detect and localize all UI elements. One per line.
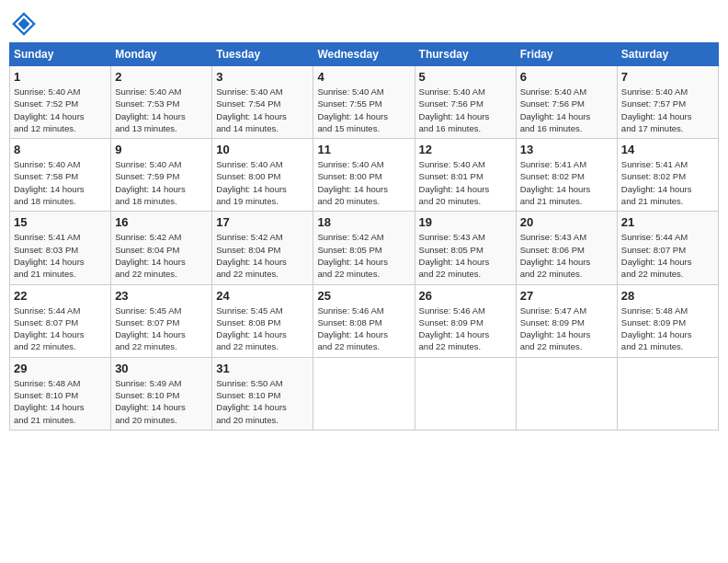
calendar-body: 1 Sunrise: 5:40 AM Sunset: 7:52 PM Dayli… bbox=[10, 66, 719, 431]
day-number: 15 bbox=[14, 215, 107, 229]
calendar-cell: 24 Sunrise: 5:45 AM Sunset: 8:08 PM Dayl… bbox=[212, 284, 313, 357]
day-info: Sunrise: 5:42 AM Sunset: 8:05 PM Dayligh… bbox=[317, 231, 410, 280]
column-header-friday: Friday bbox=[516, 43, 617, 66]
day-info: Sunrise: 5:40 AM Sunset: 8:00 PM Dayligh… bbox=[317, 158, 410, 207]
day-info: Sunrise: 5:42 AM Sunset: 8:04 PM Dayligh… bbox=[115, 231, 208, 280]
logo bbox=[9, 9, 42, 39]
day-number: 28 bbox=[621, 289, 714, 303]
calendar-header: SundayMondayTuesdayWednesdayThursdayFrid… bbox=[10, 43, 719, 66]
day-info: Sunrise: 5:47 AM Sunset: 8:09 PM Dayligh… bbox=[520, 304, 613, 353]
calendar-cell: 22 Sunrise: 5:44 AM Sunset: 8:07 PM Dayl… bbox=[10, 284, 111, 357]
calendar-cell: 2 Sunrise: 5:40 AM Sunset: 7:53 PM Dayli… bbox=[111, 66, 212, 139]
calendar-cell: 30 Sunrise: 5:49 AM Sunset: 8:10 PM Dayl… bbox=[111, 357, 212, 430]
calendar-cell: 18 Sunrise: 5:42 AM Sunset: 8:05 PM Dayl… bbox=[313, 212, 415, 284]
calendar-cell bbox=[617, 357, 718, 430]
day-info: Sunrise: 5:40 AM Sunset: 8:01 PM Dayligh… bbox=[419, 158, 512, 207]
calendar-cell: 6 Sunrise: 5:40 AM Sunset: 7:56 PM Dayli… bbox=[516, 66, 617, 139]
calendar-cell: 7 Sunrise: 5:40 AM Sunset: 7:57 PM Dayli… bbox=[617, 66, 718, 139]
day-number: 6 bbox=[520, 70, 613, 84]
calendar-cell: 9 Sunrise: 5:40 AM Sunset: 7:59 PM Dayli… bbox=[111, 139, 212, 212]
day-number: 7 bbox=[621, 70, 714, 84]
logo-icon bbox=[9, 9, 39, 39]
day-info: Sunrise: 5:48 AM Sunset: 8:09 PM Dayligh… bbox=[621, 304, 714, 353]
column-header-monday: Monday bbox=[111, 43, 212, 66]
calendar-table: SundayMondayTuesdayWednesdayThursdayFrid… bbox=[9, 42, 719, 431]
calendar-cell: 26 Sunrise: 5:46 AM Sunset: 8:09 PM Dayl… bbox=[415, 284, 516, 357]
day-info: Sunrise: 5:44 AM Sunset: 8:07 PM Dayligh… bbox=[621, 231, 714, 280]
day-number: 25 bbox=[317, 289, 410, 303]
day-number: 4 bbox=[317, 70, 410, 84]
week-row-2: 8 Sunrise: 5:40 AM Sunset: 7:58 PM Dayli… bbox=[10, 139, 719, 212]
calendar-cell: 11 Sunrise: 5:40 AM Sunset: 8:00 PM Dayl… bbox=[313, 139, 415, 212]
day-info: Sunrise: 5:46 AM Sunset: 8:09 PM Dayligh… bbox=[419, 304, 512, 353]
calendar-cell: 21 Sunrise: 5:44 AM Sunset: 8:07 PM Dayl… bbox=[617, 212, 718, 284]
day-info: Sunrise: 5:40 AM Sunset: 7:57 PM Dayligh… bbox=[621, 86, 714, 134]
calendar-cell: 4 Sunrise: 5:40 AM Sunset: 7:55 PM Dayli… bbox=[313, 66, 415, 139]
day-info: Sunrise: 5:40 AM Sunset: 7:56 PM Dayligh… bbox=[520, 86, 613, 134]
day-number: 9 bbox=[115, 143, 208, 156]
day-number: 22 bbox=[14, 289, 107, 303]
day-number: 10 bbox=[216, 143, 309, 156]
week-row-4: 22 Sunrise: 5:44 AM Sunset: 8:07 PM Dayl… bbox=[10, 284, 719, 357]
day-info: Sunrise: 5:43 AM Sunset: 8:05 PM Dayligh… bbox=[419, 231, 512, 280]
calendar-cell: 28 Sunrise: 5:48 AM Sunset: 8:09 PM Dayl… bbox=[617, 284, 718, 357]
calendar-cell: 29 Sunrise: 5:48 AM Sunset: 8:10 PM Dayl… bbox=[10, 357, 111, 430]
day-info: Sunrise: 5:43 AM Sunset: 8:06 PM Dayligh… bbox=[520, 231, 613, 280]
header-row: SundayMondayTuesdayWednesdayThursdayFrid… bbox=[10, 43, 719, 66]
column-header-thursday: Thursday bbox=[415, 43, 516, 66]
day-number: 19 bbox=[419, 215, 512, 229]
calendar-cell: 25 Sunrise: 5:46 AM Sunset: 8:08 PM Dayl… bbox=[313, 284, 415, 357]
day-number: 31 bbox=[216, 362, 309, 375]
day-info: Sunrise: 5:40 AM Sunset: 8:00 PM Dayligh… bbox=[216, 158, 309, 207]
calendar-cell: 17 Sunrise: 5:42 AM Sunset: 8:04 PM Dayl… bbox=[212, 212, 313, 284]
day-number: 13 bbox=[520, 143, 613, 156]
day-number: 23 bbox=[115, 289, 208, 303]
calendar-cell: 31 Sunrise: 5:50 AM Sunset: 8:10 PM Dayl… bbox=[212, 357, 313, 430]
column-header-tuesday: Tuesday bbox=[212, 43, 313, 66]
calendar-cell: 1 Sunrise: 5:40 AM Sunset: 7:52 PM Dayli… bbox=[10, 66, 111, 139]
header bbox=[9, 9, 719, 39]
calendar-cell: 20 Sunrise: 5:43 AM Sunset: 8:06 PM Dayl… bbox=[516, 212, 617, 284]
column-header-wednesday: Wednesday bbox=[313, 43, 415, 66]
calendar-cell: 8 Sunrise: 5:40 AM Sunset: 7:58 PM Dayli… bbox=[10, 139, 111, 212]
day-number: 1 bbox=[14, 70, 107, 84]
calendar-cell: 10 Sunrise: 5:40 AM Sunset: 8:00 PM Dayl… bbox=[212, 139, 313, 212]
day-info: Sunrise: 5:41 AM Sunset: 8:02 PM Dayligh… bbox=[520, 158, 613, 207]
day-info: Sunrise: 5:48 AM Sunset: 8:10 PM Dayligh… bbox=[14, 377, 107, 426]
calendar-cell: 13 Sunrise: 5:41 AM Sunset: 8:02 PM Dayl… bbox=[516, 139, 617, 212]
day-info: Sunrise: 5:46 AM Sunset: 8:08 PM Dayligh… bbox=[317, 304, 410, 353]
day-info: Sunrise: 5:44 AM Sunset: 8:07 PM Dayligh… bbox=[14, 304, 107, 353]
day-number: 26 bbox=[419, 289, 512, 303]
calendar-cell: 16 Sunrise: 5:42 AM Sunset: 8:04 PM Dayl… bbox=[111, 212, 212, 284]
calendar-cell bbox=[313, 357, 415, 430]
day-info: Sunrise: 5:40 AM Sunset: 7:52 PM Dayligh… bbox=[14, 86, 107, 134]
day-number: 17 bbox=[216, 215, 309, 229]
column-header-sunday: Sunday bbox=[10, 43, 111, 66]
day-info: Sunrise: 5:41 AM Sunset: 8:03 PM Dayligh… bbox=[14, 231, 107, 280]
calendar-cell: 27 Sunrise: 5:47 AM Sunset: 8:09 PM Dayl… bbox=[516, 284, 617, 357]
calendar-cell: 14 Sunrise: 5:41 AM Sunset: 8:02 PM Dayl… bbox=[617, 139, 718, 212]
day-info: Sunrise: 5:40 AM Sunset: 7:55 PM Dayligh… bbox=[317, 86, 410, 134]
day-info: Sunrise: 5:40 AM Sunset: 7:56 PM Dayligh… bbox=[419, 86, 512, 134]
day-info: Sunrise: 5:45 AM Sunset: 8:08 PM Dayligh… bbox=[216, 304, 309, 353]
day-info: Sunrise: 5:40 AM Sunset: 7:54 PM Dayligh… bbox=[216, 86, 309, 134]
calendar-cell: 23 Sunrise: 5:45 AM Sunset: 8:07 PM Dayl… bbox=[111, 284, 212, 357]
week-row-5: 29 Sunrise: 5:48 AM Sunset: 8:10 PM Dayl… bbox=[10, 357, 719, 430]
day-number: 29 bbox=[14, 362, 107, 375]
calendar-cell: 3 Sunrise: 5:40 AM Sunset: 7:54 PM Dayli… bbox=[212, 66, 313, 139]
calendar-cell: 12 Sunrise: 5:40 AM Sunset: 8:01 PM Dayl… bbox=[415, 139, 516, 212]
day-info: Sunrise: 5:41 AM Sunset: 8:02 PM Dayligh… bbox=[621, 158, 714, 207]
calendar-cell: 15 Sunrise: 5:41 AM Sunset: 8:03 PM Dayl… bbox=[10, 212, 111, 284]
day-number: 14 bbox=[621, 143, 714, 156]
day-number: 21 bbox=[621, 215, 714, 229]
calendar-cell bbox=[415, 357, 516, 430]
day-info: Sunrise: 5:42 AM Sunset: 8:04 PM Dayligh… bbox=[216, 231, 309, 280]
calendar-cell: 19 Sunrise: 5:43 AM Sunset: 8:05 PM Dayl… bbox=[415, 212, 516, 284]
calendar-cell bbox=[516, 357, 617, 430]
day-number: 30 bbox=[115, 362, 208, 375]
column-header-saturday: Saturday bbox=[617, 43, 718, 66]
day-number: 8 bbox=[14, 143, 107, 156]
day-info: Sunrise: 5:40 AM Sunset: 7:59 PM Dayligh… bbox=[115, 158, 208, 207]
day-info: Sunrise: 5:40 AM Sunset: 7:58 PM Dayligh… bbox=[14, 158, 107, 207]
day-number: 11 bbox=[317, 143, 410, 156]
